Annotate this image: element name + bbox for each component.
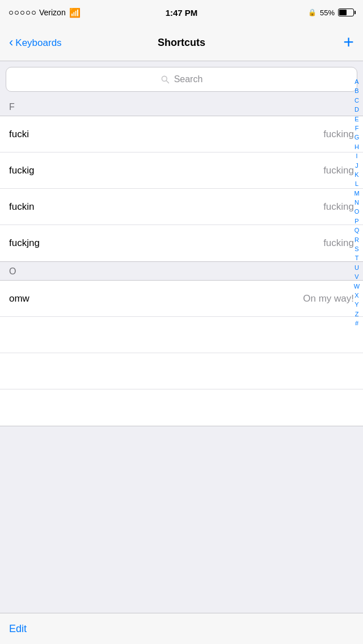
alpha-Y[interactable]: Y [354,300,358,309]
shortcut-text: fuckig [9,165,34,176]
status-right: 🔒 55% [308,9,354,17]
signal-dot-1 [9,11,13,15]
alpha-F[interactable]: F [355,124,359,133]
shortcut-text: omw [9,293,29,304]
battery-container [338,9,354,16]
section-f: F fucki fucking fuckig fucking fuckin fu… [0,98,363,262]
signal-dot-5 [32,11,36,15]
alpha-N[interactable]: N [354,198,359,207]
battery-percent: 55% [320,9,335,17]
signal-dot-3 [20,11,24,15]
alpha-H[interactable]: H [354,143,359,151]
status-left: Verizon 📶 [9,7,81,18]
alpha-G[interactable]: G [354,133,360,142]
shortcut-text: fuckin [9,201,34,213]
phrase-text: On my way! [303,293,354,304]
alpha-O[interactable]: O [354,207,360,216]
list-item[interactable]: fuckig fucking [0,152,363,189]
lock-icon: 🔒 [308,9,316,16]
alpha-W[interactable]: W [354,282,360,291]
alpha-M[interactable]: M [354,189,359,198]
alpha-I[interactable]: I [356,152,357,160]
signal-dot-4 [26,11,30,15]
status-time: 1:47 PM [166,8,198,18]
alpha-T[interactable]: T [355,254,359,262]
phrase-text: fucking [323,165,354,176]
alpha-B[interactable]: B [354,87,358,95]
wifi-icon: 📶 [69,7,81,18]
alpha-A[interactable]: A [354,78,358,86]
alpha-E[interactable]: E [354,115,358,124]
phrase-text: fucking [323,129,354,140]
search-icon [161,75,170,84]
nav-bar: ‹ Keyboards Shortcuts + [0,25,363,61]
alpha-V[interactable]: V [354,273,358,281]
list-item-empty-2 [0,353,363,389]
alpha-C[interactable]: C [354,96,359,105]
search-placeholder: Search [174,74,203,84]
alpha-Z[interactable]: Z [355,310,359,319]
battery-icon [338,9,354,16]
alpha-P[interactable]: P [354,217,358,226]
svg-line-1 [166,80,168,83]
list-item[interactable]: fuckjng fucking [0,225,363,261]
list-item-empty-3 [0,389,363,426]
alpha-D[interactable]: D [354,105,359,114]
signal-dots [9,11,36,15]
section-header-f: F [0,98,363,116]
alpha-Q[interactable]: Q [354,226,360,235]
back-button[interactable]: ‹ Keyboards [9,37,62,49]
add-button[interactable]: + [343,33,354,51]
shortcut-text: fucki [9,129,29,140]
alpha-R[interactable]: R [354,236,359,244]
list-item-empty-1 [0,317,363,353]
status-bar: Verizon 📶 1:47 PM 🔒 55% [0,0,363,25]
signal-dot-2 [15,11,19,15]
main-scroll: Search F fucki fucking fuckig fucking fu… [0,61,363,613]
shortcut-text: fuckjng [9,238,40,249]
phrase-text: fucking [323,201,354,213]
back-chevron-icon: ‹ [9,36,13,49]
search-container: Search [0,61,363,98]
alpha-U[interactable]: U [354,264,359,272]
alphabet-sidebar: A B C D E F G H I J K L M N O P Q R S T … [351,77,363,329]
list-item[interactable]: fuckin fucking [0,189,363,225]
bottom-toolbar: Edit [0,613,363,644]
alpha-hash[interactable]: # [355,319,358,328]
list-item[interactable]: omw On my way! [0,281,363,317]
alpha-S[interactable]: S [354,245,358,253]
search-box[interactable]: Search [6,67,357,92]
section-o: O omw On my way! [0,262,363,426]
alpha-K[interactable]: K [354,171,358,179]
page-title: Shortcuts [158,37,205,49]
phrase-text: fucking [323,238,354,249]
back-label: Keyboards [15,37,61,49]
alpha-X[interactable]: X [354,291,358,300]
bottom-spacer [0,426,363,438]
section-header-o: O [0,262,363,280]
list-group-o: omw On my way! [0,280,363,426]
alpha-L[interactable]: L [355,180,358,188]
edit-button[interactable]: Edit [9,623,27,635]
battery-fill [339,10,347,15]
list-item[interactable]: fucki fucking [0,116,363,152]
carrier-name: Verizon [39,8,66,17]
list-group-f: fucki fucking fuckig fucking fuckin fuck… [0,116,363,262]
alpha-J[interactable]: J [355,162,358,170]
